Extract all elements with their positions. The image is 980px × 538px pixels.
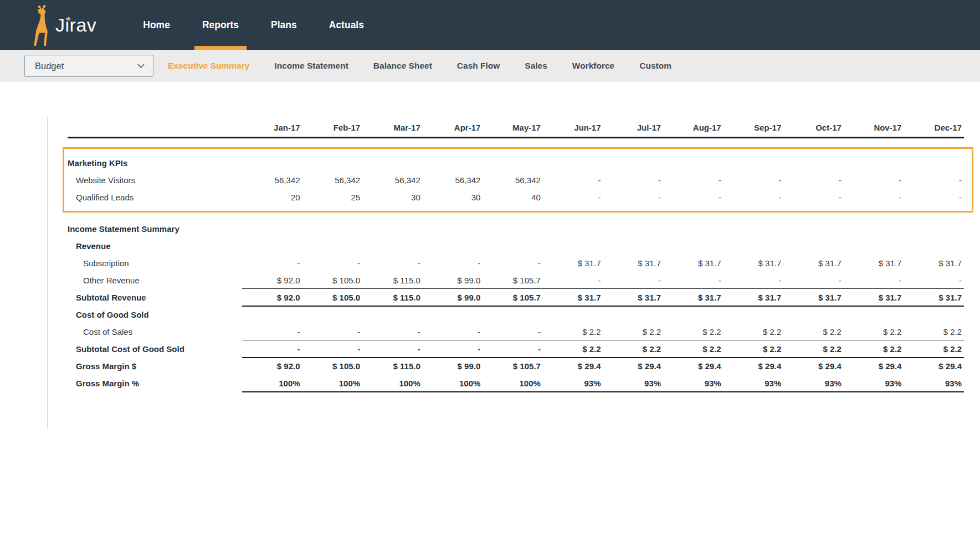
cell: - — [302, 258, 363, 268]
column-header-apr-17: Apr-17 — [423, 123, 483, 132]
row-label: Qualified Leads — [68, 193, 242, 202]
cell: $ 99.0 — [423, 276, 483, 285]
cell: $ 2.2 — [724, 344, 784, 354]
column-header-jan-17: Jan-17 — [242, 123, 302, 132]
nav-item-plans[interactable]: Plans — [271, 0, 297, 50]
cell: $ 2.2 — [663, 327, 724, 337]
scenario-dropdown[interactable]: Budget — [24, 55, 153, 77]
cell: 30 — [423, 193, 483, 202]
report-tabs: Executive Summary Income Statement Balan… — [168, 61, 671, 71]
cell: 93% — [603, 379, 664, 388]
table-row-gross-margin-: Gross Margin %100%100%100%100%100%93%93%… — [68, 375, 964, 392]
cell: $ 2.2 — [603, 344, 664, 354]
cell: - — [362, 258, 423, 268]
table-row-qualified-leads: Qualified Leads2025303040------- — [68, 189, 964, 206]
cell: $ 2.2 — [603, 327, 664, 337]
content-left-divider — [47, 117, 48, 428]
cell: - — [362, 344, 423, 354]
cell: - — [904, 175, 964, 185]
cell: $ 2.2 — [543, 344, 603, 354]
row-label: Other Revenue — [68, 276, 242, 285]
column-header-mar-17: Mar-17 — [362, 123, 423, 132]
cell: 40 — [483, 193, 543, 202]
marketing-kpis-highlight-box: Marketing KPIsWebsite Visitors56,34256,3… — [63, 147, 973, 213]
column-header-jun-17: Jun-17 — [543, 123, 603, 132]
column-header-jul-17: Jul-17 — [603, 123, 664, 132]
tab-custom[interactable]: Custom — [639, 61, 671, 71]
column-header-may-17: May-17 — [483, 123, 543, 132]
cell: - — [483, 258, 543, 268]
row-label: Revenue — [68, 241, 242, 251]
logo-i-dot — [67, 17, 70, 20]
cell: $ 115.0 — [362, 276, 423, 285]
column-header-feb-17: Feb-17 — [302, 123, 363, 132]
cell: $ 29.4 — [603, 361, 664, 371]
table-row-other-revenue: Other Revenue$ 92.0$ 105.0$ 115.0$ 99.0$… — [68, 272, 964, 289]
giraffe-icon — [29, 5, 52, 47]
row-label: Subscription — [68, 258, 242, 268]
cell: $ 115.0 — [362, 293, 423, 302]
cell: $ 31.7 — [603, 293, 664, 302]
cell: - — [663, 276, 724, 285]
cell: 93% — [844, 379, 904, 388]
cell: - — [242, 344, 302, 354]
cell: - — [603, 175, 664, 185]
cell: 25 — [302, 193, 363, 202]
cell: 56,342 — [242, 175, 302, 185]
report-content: Jan-17Feb-17Mar-17Apr-17May-17Jun-17Jul-… — [0, 117, 980, 538]
row-label: Subtotal Revenue — [68, 293, 242, 302]
cell: $ 31.7 — [904, 293, 964, 302]
cell: - — [242, 327, 302, 337]
cell: $ 105.0 — [302, 361, 363, 371]
column-header-aug-17: Aug-17 — [663, 123, 724, 132]
table-row-gross-margin-: Gross Margin $$ 92.0$ 105.0$ 115.0$ 99.0… — [68, 358, 964, 375]
nav-item-actuals[interactable]: Actuals — [329, 0, 364, 50]
row-label: Cost of Good Sold — [68, 310, 242, 319]
tab-workforce[interactable]: Workforce — [572, 61, 614, 71]
cell: $ 92.0 — [242, 361, 302, 371]
cell: $ 31.7 — [543, 258, 603, 268]
cell: $ 31.7 — [904, 258, 964, 268]
column-header-nov-17: Nov-17 — [844, 123, 904, 132]
cell: 93% — [904, 379, 964, 388]
cell: $ 31.7 — [543, 293, 603, 302]
tab-cash-flow[interactable]: Cash Flow — [457, 61, 500, 71]
column-header-sep-17: Sep-17 — [724, 123, 784, 132]
tab-sales[interactable]: Sales — [525, 61, 547, 71]
cell: $ 2.2 — [904, 344, 964, 354]
tab-income-statement[interactable]: Income Statement — [274, 61, 348, 71]
cell: $ 99.0 — [423, 293, 483, 302]
cell: $ 29.4 — [543, 361, 603, 371]
row-label: Income Statement Summary — [68, 224, 242, 234]
cell: $ 92.0 — [242, 293, 302, 302]
table-row-website-visitors: Website Visitors56,34256,34256,34256,342… — [68, 172, 964, 189]
table-row-income-statement-summary: Income Statement Summary — [68, 220, 964, 237]
cell: 100% — [423, 379, 483, 388]
income-statement-summary-section: Income Statement SummaryRevenueSubscript… — [68, 220, 964, 392]
cell: - — [423, 327, 483, 337]
table-row-subtotal-cost-of-good-sold: Subtotal Cost of Good Sold-----$ 2.2$ 2.… — [68, 340, 964, 358]
cell: - — [724, 276, 784, 285]
cell: 100% — [483, 379, 543, 388]
cell: $ 31.7 — [783, 293, 844, 302]
table-row-cost-of-good-sold: Cost of Good Sold — [68, 306, 964, 323]
column-header-oct-17: Oct-17 — [783, 123, 844, 132]
cell: - — [362, 327, 423, 337]
cell: - — [543, 175, 603, 185]
nav-item-home[interactable]: Home — [143, 0, 170, 50]
cell: - — [302, 327, 363, 337]
cell: $ 2.2 — [904, 327, 964, 337]
cell: - — [423, 258, 483, 268]
nav-item-reports[interactable]: Reports — [202, 0, 239, 50]
cell: $ 2.2 — [783, 344, 844, 354]
cell: 93% — [543, 379, 603, 388]
row-label: Marketing KPIs — [68, 158, 242, 168]
cell: 30 — [362, 193, 423, 202]
cell: 93% — [663, 379, 724, 388]
cell: - — [783, 175, 844, 185]
cell: - — [663, 175, 724, 185]
cell: - — [603, 276, 664, 285]
tab-executive-summary[interactable]: Executive Summary — [168, 61, 249, 71]
tab-balance-sheet[interactable]: Balance Sheet — [373, 61, 432, 71]
cell: - — [543, 276, 603, 285]
